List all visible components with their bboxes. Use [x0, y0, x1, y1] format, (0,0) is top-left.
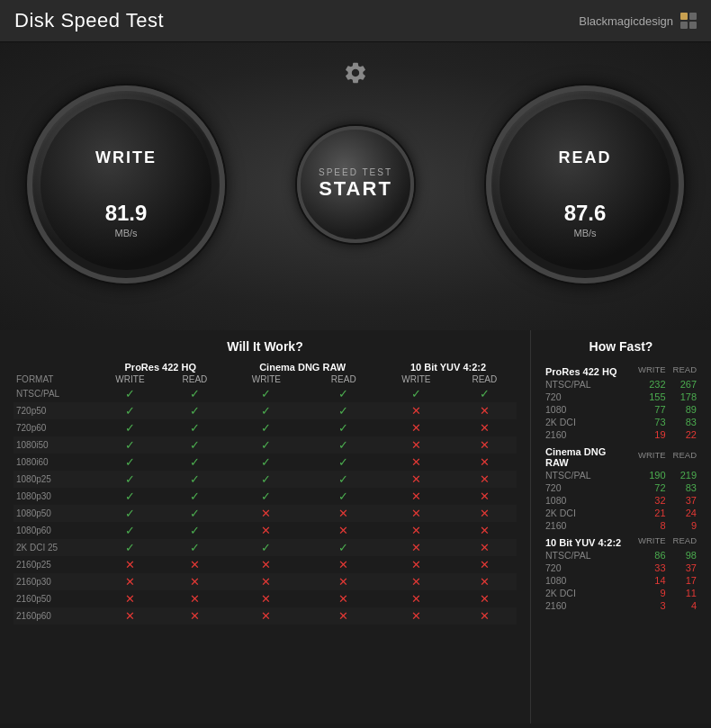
ww-row: 2160p50 ✕ ✕ ✕ ✕ ✕ ✕: [14, 590, 517, 607]
settings-gear[interactable]: [343, 60, 368, 89]
gauge-section: // Draw tick marks: [0, 42, 711, 330]
cross-icon: ✕: [261, 507, 271, 520]
ww-sub-p-write: WRITE: [95, 373, 164, 385]
cross-icon: ✕: [480, 524, 490, 537]
check-icon: ✓: [338, 404, 348, 418]
ww-cell: ✕: [307, 522, 380, 539]
ww-row-format: 2160p60: [14, 607, 95, 625]
cross-icon: ✕: [125, 609, 135, 623]
write-gauge-value: 81.9: [105, 201, 148, 226]
will-it-work-panel: Will It Work? ProRes 422 HQ Cinema DNG R…: [0, 330, 531, 724]
brand-logo: [680, 13, 697, 29]
hf-row-read: 37: [670, 494, 700, 507]
hf-row-write: 32: [634, 494, 670, 507]
ww-row: 2160p60 ✕ ✕ ✕ ✕ ✕ ✕: [14, 607, 517, 625]
ww-col-yuv: 10 Bit YUV 4:2:2: [380, 361, 517, 373]
hf-row-write: 14: [634, 574, 670, 587]
check-icon: ✓: [125, 524, 135, 537]
ww-sub-y-write: WRITE: [380, 373, 453, 385]
check-icon: ✓: [125, 541, 135, 554]
ww-cell: ✓: [307, 488, 380, 505]
write-gauge: // Draw tick marks: [27, 85, 225, 283]
ww-cell: ✕: [380, 488, 453, 505]
check-icon: ✓: [261, 404, 271, 418]
cross-icon: ✕: [480, 558, 490, 571]
ww-cell: ✕: [380, 471, 453, 488]
cross-icon: ✕: [190, 558, 200, 571]
ww-cell: ✕: [165, 556, 226, 573]
ww-cell: ✓: [380, 385, 453, 402]
ww-cell: ✓: [95, 436, 164, 454]
app-title: Disk Speed Test: [14, 9, 164, 32]
app-header: Disk Speed Test Blackmagicdesign: [0, 0, 711, 42]
cross-icon: ✕: [480, 575, 490, 589]
speed-test-start-button[interactable]: SPEED TEST START: [297, 126, 414, 243]
hf-row-write: 232: [634, 378, 670, 391]
hf-row-read: 22: [670, 428, 700, 441]
check-icon: ✓: [338, 490, 348, 503]
check-icon: ✓: [125, 507, 135, 520]
ww-row-format: 1080p50: [14, 505, 95, 522]
ww-cell: ✕: [225, 505, 307, 522]
check-icon: ✓: [125, 438, 135, 452]
check-icon: ✓: [125, 421, 135, 435]
data-section: Will It Work? ProRes 422 HQ Cinema DNG R…: [0, 330, 711, 724]
hf-write-header: WRITE: [634, 441, 670, 469]
ww-cell: ✕: [380, 607, 453, 625]
ww-cell: ✕: [225, 607, 307, 625]
will-it-work-table: ProRes 422 HQ Cinema DNG RAW 10 Bit YUV …: [14, 361, 517, 625]
hf-row-read: 11: [670, 587, 700, 599]
brand-name: Blackmagicdesign: [579, 14, 673, 28]
ww-sub-c-read: READ: [307, 373, 380, 385]
hf-row-write: 9: [634, 587, 670, 599]
hf-section-row: 10 Bit YUV 4:2:2 WRITE READ: [542, 532, 700, 549]
gear-icon[interactable]: [343, 60, 368, 85]
hf-row-label: 1080: [542, 403, 634, 416]
check-icon: ✓: [338, 472, 348, 486]
hf-row: 2K DCI 21 24: [542, 507, 700, 519]
hf-row: NTSC/PAL 190 219: [542, 469, 700, 481]
ww-cell: ✓: [95, 419, 164, 436]
ww-sub-p-read: READ: [165, 373, 226, 385]
check-icon: ✓: [125, 455, 135, 469]
ww-cell: ✕: [380, 436, 453, 454]
ww-cell: ✓: [225, 454, 307, 471]
ww-cell: ✕: [380, 539, 453, 556]
cross-icon: ✕: [480, 438, 490, 452]
read-gauge-unit: MB/s: [573, 228, 596, 238]
ww-cell: ✕: [380, 419, 453, 436]
ww-cell: ✕: [95, 556, 164, 573]
ww-cell: ✕: [453, 573, 517, 590]
hf-row-label: 1080: [542, 494, 634, 507]
hf-row: NTSC/PAL 86 98: [542, 549, 700, 562]
read-gauge-value: 87.6: [564, 201, 607, 226]
hf-row-read: 89: [670, 403, 700, 416]
ww-cell: ✓: [165, 488, 226, 505]
hf-row-write: 21: [634, 507, 670, 519]
cross-icon: ✕: [125, 558, 135, 571]
ww-cell: ✕: [453, 590, 517, 607]
ww-cell: ✕: [165, 607, 226, 625]
cross-icon: ✕: [480, 404, 490, 418]
hf-row: 720 72 83: [542, 481, 700, 494]
ww-cell: ✓: [165, 419, 226, 436]
ww-cell: ✕: [225, 573, 307, 590]
check-icon: ✓: [261, 455, 271, 469]
hf-row-label: 2160: [542, 599, 634, 612]
hf-row-write: 77: [634, 403, 670, 416]
ww-cell: ✓: [165, 505, 226, 522]
check-icon: ✓: [190, 455, 200, 469]
ww-cell: ✓: [225, 436, 307, 454]
how-fast-title: How Fast?: [542, 339, 700, 354]
hf-row: 1080 77 89: [542, 403, 700, 416]
hf-row-read: 98: [670, 549, 700, 562]
write-gauge-inner: WRITE 81.9 MB/s: [40, 99, 212, 270]
check-icon: ✓: [190, 438, 200, 452]
check-icon: ✓: [338, 455, 348, 469]
cross-icon: ✕: [480, 507, 490, 520]
ww-cell: ✓: [307, 454, 380, 471]
check-icon: ✓: [261, 421, 271, 435]
cross-icon: ✕: [125, 575, 135, 589]
ww-row-format: 2K DCI 25: [14, 539, 95, 556]
ww-cell: ✓: [307, 471, 380, 488]
